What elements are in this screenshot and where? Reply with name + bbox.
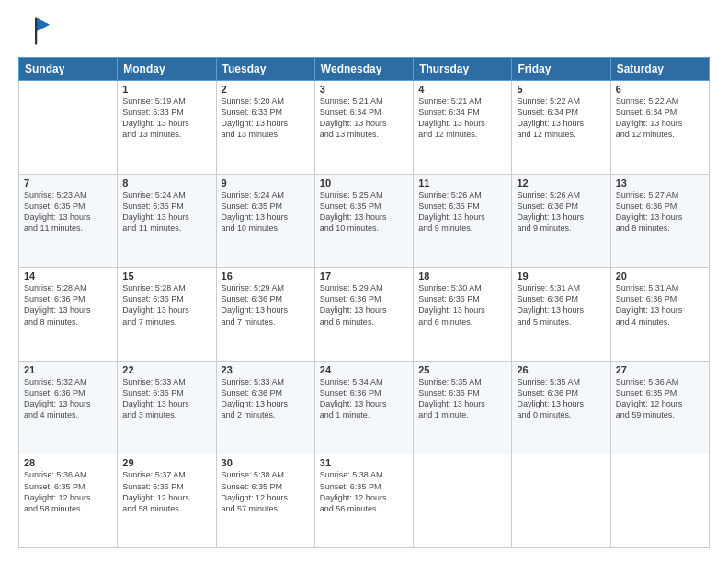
header-row: SundayMondayTuesdayWednesdayThursdayFrid… [19, 58, 710, 81]
day-detail: Sunrise: 5:33 AM Sunset: 6:36 PM Dayligh… [222, 376, 310, 421]
day-cell [512, 454, 610, 548]
day-cell: 31Sunrise: 5:38 AM Sunset: 6:35 PM Dayli… [314, 454, 413, 548]
day-detail: Sunrise: 5:25 AM Sunset: 6:35 PM Dayligh… [320, 190, 408, 235]
week-row-2: 7Sunrise: 5:23 AM Sunset: 6:35 PM Daylig… [19, 174, 710, 268]
day-detail: Sunrise: 5:30 AM Sunset: 6:36 PM Dayligh… [418, 282, 506, 327]
day-detail: Sunrise: 5:29 AM Sunset: 6:36 PM Dayligh… [320, 282, 408, 327]
day-cell: 6Sunrise: 5:22 AM Sunset: 6:34 PM Daylig… [610, 81, 709, 175]
week-row-4: 21Sunrise: 5:32 AM Sunset: 6:36 PM Dayli… [19, 361, 710, 454]
day-number: 8 [122, 178, 210, 189]
day-detail: Sunrise: 5:20 AM Sunset: 6:33 PM Dayligh… [222, 96, 310, 141]
day-detail: Sunrise: 5:34 AM Sunset: 6:36 PM Dayligh… [320, 376, 408, 421]
day-number: 4 [418, 84, 506, 95]
day-detail: Sunrise: 5:28 AM Sunset: 6:36 PM Dayligh… [122, 282, 210, 327]
day-cell [19, 81, 118, 175]
day-detail: Sunrise: 5:24 AM Sunset: 6:35 PM Dayligh… [222, 190, 310, 235]
day-number: 6 [616, 84, 704, 95]
day-cell: 5Sunrise: 5:22 AM Sunset: 6:34 PM Daylig… [512, 81, 610, 175]
day-cell: 20Sunrise: 5:31 AM Sunset: 6:36 PM Dayli… [610, 268, 709, 362]
day-cell: 29Sunrise: 5:37 AM Sunset: 6:35 PM Dayli… [118, 454, 216, 548]
calendar-table: SundayMondayTuesdayWednesdayThursdayFrid… [18, 57, 710, 548]
day-detail: Sunrise: 5:35 AM Sunset: 6:36 PM Dayligh… [517, 376, 605, 421]
day-number: 29 [122, 457, 210, 468]
week-row-1: 1Sunrise: 5:19 AM Sunset: 6:33 PM Daylig… [19, 81, 710, 175]
day-cell: 1Sunrise: 5:19 AM Sunset: 6:33 PM Daylig… [118, 81, 216, 175]
day-cell: 22Sunrise: 5:33 AM Sunset: 6:36 PM Dayli… [118, 361, 216, 454]
day-detail: Sunrise: 5:21 AM Sunset: 6:34 PM Dayligh… [418, 96, 506, 141]
day-header-tuesday: Tuesday [216, 58, 314, 81]
day-cell: 19Sunrise: 5:31 AM Sunset: 6:36 PM Dayli… [512, 268, 610, 362]
day-cell: 10Sunrise: 5:25 AM Sunset: 6:35 PM Dayli… [314, 174, 413, 268]
day-detail: Sunrise: 5:29 AM Sunset: 6:36 PM Dayligh… [222, 282, 310, 327]
day-header-wednesday: Wednesday [314, 58, 413, 81]
day-cell: 16Sunrise: 5:29 AM Sunset: 6:36 PM Dayli… [216, 268, 314, 362]
day-detail: Sunrise: 5:19 AM Sunset: 6:33 PM Dayligh… [122, 96, 210, 141]
day-detail: Sunrise: 5:31 AM Sunset: 6:36 PM Dayligh… [517, 282, 605, 327]
day-number: 13 [616, 178, 704, 189]
day-detail: Sunrise: 5:38 AM Sunset: 6:35 PM Dayligh… [222, 469, 310, 514]
day-header-thursday: Thursday [414, 58, 512, 81]
day-cell: 7Sunrise: 5:23 AM Sunset: 6:35 PM Daylig… [19, 174, 118, 268]
day-cell: 18Sunrise: 5:30 AM Sunset: 6:36 PM Dayli… [414, 268, 512, 362]
day-number: 10 [320, 178, 408, 189]
day-number: 11 [418, 178, 506, 189]
svg-marker-0 [37, 18, 50, 31]
day-detail: Sunrise: 5:26 AM Sunset: 6:35 PM Dayligh… [418, 190, 506, 235]
day-cell: 14Sunrise: 5:28 AM Sunset: 6:36 PM Dayli… [19, 268, 118, 362]
day-cell: 26Sunrise: 5:35 AM Sunset: 6:36 PM Dayli… [512, 361, 610, 454]
day-number: 9 [222, 178, 310, 189]
svg-rect-1 [35, 18, 37, 45]
day-detail: Sunrise: 5:35 AM Sunset: 6:36 PM Dayligh… [418, 376, 506, 421]
day-detail: Sunrise: 5:33 AM Sunset: 6:36 PM Dayligh… [122, 376, 210, 421]
day-cell: 24Sunrise: 5:34 AM Sunset: 6:36 PM Dayli… [314, 361, 413, 454]
day-detail: Sunrise: 5:22 AM Sunset: 6:34 PM Dayligh… [517, 96, 605, 141]
day-number: 30 [222, 457, 310, 468]
day-detail: Sunrise: 5:27 AM Sunset: 6:36 PM Dayligh… [616, 190, 704, 235]
day-cell [414, 454, 512, 548]
week-row-5: 28Sunrise: 5:36 AM Sunset: 6:35 PM Dayli… [19, 454, 710, 548]
day-cell: 9Sunrise: 5:24 AM Sunset: 6:35 PM Daylig… [216, 174, 314, 268]
logo [18, 15, 55, 48]
day-number: 31 [320, 457, 408, 468]
day-detail: Sunrise: 5:31 AM Sunset: 6:36 PM Dayligh… [616, 282, 704, 327]
day-cell: 21Sunrise: 5:32 AM Sunset: 6:36 PM Dayli… [19, 361, 118, 454]
day-header-saturday: Saturday [610, 58, 709, 81]
day-number: 5 [517, 84, 605, 95]
day-cell: 11Sunrise: 5:26 AM Sunset: 6:35 PM Dayli… [414, 174, 512, 268]
day-number: 15 [122, 270, 210, 282]
day-cell: 4Sunrise: 5:21 AM Sunset: 6:34 PM Daylig… [414, 81, 512, 175]
page: SundayMondayTuesdayWednesdayThursdayFrid… [0, 0, 728, 563]
day-detail: Sunrise: 5:38 AM Sunset: 6:35 PM Dayligh… [320, 469, 408, 514]
day-cell: 30Sunrise: 5:38 AM Sunset: 6:35 PM Dayli… [216, 454, 314, 548]
day-cell: 2Sunrise: 5:20 AM Sunset: 6:33 PM Daylig… [216, 81, 314, 175]
day-detail: Sunrise: 5:32 AM Sunset: 6:36 PM Dayligh… [24, 376, 112, 421]
day-detail: Sunrise: 5:21 AM Sunset: 6:34 PM Dayligh… [320, 96, 408, 141]
day-header-monday: Monday [118, 58, 216, 81]
day-number: 12 [517, 178, 605, 189]
day-detail: Sunrise: 5:24 AM Sunset: 6:35 PM Dayligh… [122, 190, 210, 235]
day-number: 23 [222, 364, 310, 375]
day-number: 26 [517, 364, 605, 375]
day-cell [610, 454, 709, 548]
day-number: 20 [616, 270, 704, 282]
day-cell: 15Sunrise: 5:28 AM Sunset: 6:36 PM Dayli… [118, 268, 216, 362]
day-header-sunday: Sunday [19, 58, 118, 81]
day-cell: 13Sunrise: 5:27 AM Sunset: 6:36 PM Dayli… [610, 174, 709, 268]
day-number: 2 [222, 84, 310, 95]
day-detail: Sunrise: 5:23 AM Sunset: 6:35 PM Dayligh… [24, 190, 112, 235]
day-number: 25 [418, 364, 506, 375]
day-cell: 23Sunrise: 5:33 AM Sunset: 6:36 PM Dayli… [216, 361, 314, 454]
day-number: 22 [122, 364, 210, 375]
day-number: 19 [517, 270, 605, 282]
day-number: 18 [418, 270, 506, 282]
day-detail: Sunrise: 5:26 AM Sunset: 6:36 PM Dayligh… [517, 190, 605, 235]
day-number: 21 [24, 364, 112, 375]
day-cell: 25Sunrise: 5:35 AM Sunset: 6:36 PM Dayli… [414, 361, 512, 454]
day-detail: Sunrise: 5:37 AM Sunset: 6:35 PM Dayligh… [122, 469, 210, 514]
logo-icon [18, 15, 51, 48]
day-number: 1 [122, 84, 210, 95]
day-header-friday: Friday [512, 58, 610, 81]
day-number: 28 [24, 457, 112, 468]
day-cell: 3Sunrise: 5:21 AM Sunset: 6:34 PM Daylig… [314, 81, 413, 175]
day-cell: 17Sunrise: 5:29 AM Sunset: 6:36 PM Dayli… [314, 268, 413, 362]
